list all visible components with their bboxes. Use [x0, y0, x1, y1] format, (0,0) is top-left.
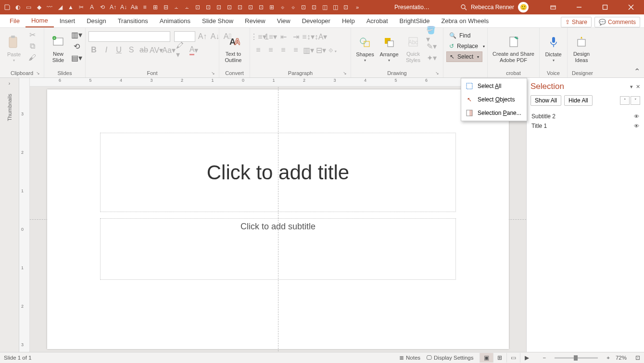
display-settings-button[interactable]: 🖵Display Settings	[426, 355, 473, 361]
font-color-button[interactable]: A▾	[189, 45, 199, 55]
tab-file[interactable]: File	[4, 14, 25, 27]
tab-zebra[interactable]: Zebra on Wheels	[435, 14, 494, 27]
shape-outline-button[interactable]: ✎▾	[426, 41, 437, 51]
qat-overflow[interactable]: »	[354, 4, 361, 10]
section-button[interactable]: ▤▾	[71, 52, 82, 63]
slide-count-label[interactable]: Slide 1 of 1	[4, 355, 32, 361]
find-button[interactable]: 🔍Find	[446, 30, 473, 41]
qat-icon[interactable]: Aa	[130, 3, 139, 12]
italic-button[interactable]: I	[101, 45, 112, 55]
send-backward-button[interactable]: ˅	[631, 96, 640, 105]
line-spacing-button[interactable]: ≡↕▾	[303, 31, 314, 42]
qat-icon[interactable]: ⟐	[278, 3, 287, 12]
tab-transitions[interactable]: Transitions	[112, 14, 154, 27]
minimize-button[interactable]	[568, 0, 590, 14]
tab-animations[interactable]: Animations	[154, 14, 196, 27]
paste-button[interactable]: Paste ▾	[3, 29, 25, 68]
qat-icon[interactable]: ⟲	[98, 3, 107, 12]
shrink-font-button[interactable]: A↓	[210, 31, 220, 42]
qat-icon[interactable]: ≡	[140, 3, 149, 12]
select-objects-item[interactable]: ↖ Select Objects	[461, 93, 527, 106]
change-case-button[interactable]: Aa▾	[164, 45, 174, 55]
select-button[interactable]: ↖Select▾	[446, 51, 482, 62]
slide[interactable]: Click to add title Click to add subtitle	[47, 89, 509, 349]
close-button[interactable]	[620, 0, 642, 14]
zoom-thumb[interactable]	[574, 355, 578, 361]
qat-icon[interactable]: ◢	[56, 3, 64, 12]
fit-to-window-button[interactable]: ⊡	[635, 354, 640, 361]
reading-view-button[interactable]: ▭	[506, 353, 520, 363]
thumbnail-rail[interactable]: › Thumbnails	[0, 78, 19, 352]
qat-icon[interactable]: ⊡	[236, 3, 244, 12]
zoom-slider[interactable]	[555, 357, 598, 359]
qat-icon[interactable]: ⊡	[193, 3, 202, 12]
qat-icon[interactable]: ⊡	[246, 3, 255, 12]
tab-developer[interactable]: Developer	[296, 14, 336, 27]
tab-review[interactable]: Review	[239, 14, 271, 27]
qat-icon[interactable]: ◫	[320, 3, 329, 12]
align-left-button[interactable]: ≡	[253, 45, 264, 55]
qat-icon[interactable]: ▲	[66, 3, 75, 12]
qat-icon[interactable]: ⊞	[151, 3, 160, 12]
bold-button[interactable]: B	[88, 45, 99, 55]
bullets-button[interactable]: ⋮≡▾	[253, 31, 264, 42]
dialog-launcher-icon[interactable]: ↘	[434, 71, 440, 76]
dialog-launcher-icon[interactable]: ↘	[35, 71, 41, 76]
justify-button[interactable]: ≡	[290, 45, 301, 55]
design-ideas-button[interactable]: Design Ideas	[570, 29, 593, 68]
dictate-button[interactable]: Dictate▾	[543, 29, 564, 68]
quick-styles-button[interactable]: Abc Quick Styles	[402, 29, 424, 68]
slide-canvas[interactable]: Click to add title Click to add subtitle	[30, 87, 526, 352]
subtitle-placeholder[interactable]: Click to add subtitle	[100, 218, 456, 280]
tab-help[interactable]: Help	[336, 14, 361, 27]
user-name[interactable]: Rebecca Renner	[471, 4, 514, 11]
qat-icon[interactable]: ⊡	[257, 3, 265, 12]
slide-sorter-button[interactable]: ⊞	[493, 353, 506, 363]
zoom-out-button[interactable]: −	[543, 355, 546, 361]
qat-icon[interactable]: ⟐	[289, 3, 297, 12]
comments-button[interactable]: 💬Comments	[594, 17, 640, 27]
normal-view-button[interactable]: ▣	[480, 353, 493, 363]
share-button[interactable]: ⇪Share	[561, 17, 592, 27]
qat-icon[interactable]: ▭	[24, 3, 33, 12]
selection-pane-item[interactable]: Selection Pane...	[461, 106, 527, 120]
pane-options-icon[interactable]: ▾	[630, 84, 633, 90]
qat-icon[interactable]: ⊡	[299, 3, 308, 12]
title-placeholder[interactable]: Click to add title	[100, 133, 456, 212]
replace-button[interactable]: ↺Replace▾	[446, 41, 488, 51]
numbering-button[interactable]: 1≡▾	[265, 31, 276, 42]
columns-button[interactable]: ▥▾	[303, 45, 314, 55]
grow-font-button[interactable]: A↑	[197, 31, 208, 42]
zoom-level[interactable]: 72%	[616, 355, 627, 361]
qat-icon[interactable]: ◫	[331, 3, 340, 12]
tab-home[interactable]: Home	[25, 14, 54, 27]
slideshow-button[interactable]: ▶	[520, 353, 533, 363]
layout-button[interactable]: ▥▾	[71, 29, 82, 40]
shadow-button[interactable]: S	[126, 45, 137, 55]
qat-icon[interactable]: ◐	[13, 3, 22, 12]
qat-icon[interactable]: A↑	[109, 3, 117, 12]
arrange-button[interactable]: Arrange▾	[378, 29, 400, 68]
selection-item[interactable]: Title 1 👁	[531, 121, 639, 131]
shapes-button[interactable]: Shapes▾	[354, 29, 376, 68]
qat-icon[interactable]: ⊡	[204, 3, 213, 12]
dialog-launcher-icon[interactable]: ↘	[210, 71, 216, 76]
cut-button[interactable]: ✂	[27, 29, 38, 40]
maximize-button[interactable]	[594, 0, 616, 14]
clear-formatting-button[interactable]: A⃠	[222, 31, 233, 42]
qat-icon[interactable]: ⊡	[341, 3, 350, 12]
align-text-button[interactable]: ⊟▾	[316, 45, 326, 55]
char-spacing-button[interactable]: AV▾	[151, 45, 162, 55]
qat-icon[interactable]: ✂	[77, 3, 86, 12]
qat-icon[interactable]: ◆	[35, 3, 43, 12]
text-direction-button[interactable]: ↕A▾	[316, 31, 326, 42]
shape-fill-button[interactable]: 🪣▾	[426, 29, 437, 40]
selection-item[interactable]: Subtitle 2 👁	[531, 112, 639, 121]
select-all-item[interactable]: Select All	[461, 79, 527, 93]
copy-button[interactable]: ⧉	[27, 41, 38, 51]
search-icon[interactable]	[460, 4, 467, 11]
create-share-pdf-button[interactable]: Create and Share Adobe PDF	[491, 29, 536, 68]
dialog-launcher-icon[interactable]: ↘	[342, 71, 348, 76]
qat-icon[interactable]: ⫠	[183, 3, 191, 12]
tab-slide-show[interactable]: Slide Show	[196, 14, 239, 27]
